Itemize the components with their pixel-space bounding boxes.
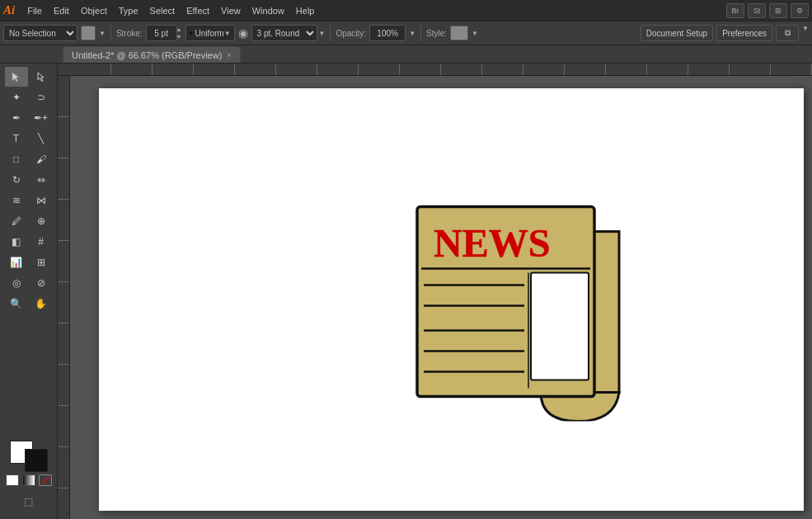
direct-selection-tool[interactable] bbox=[30, 67, 53, 87]
tool-row-6: ↻ ⇔ bbox=[0, 170, 57, 190]
broadcast-icon[interactable]: ⚙ bbox=[791, 3, 809, 18]
menu-select[interactable]: Select bbox=[144, 4, 181, 17]
tool-row-11: ◎ ⊘ bbox=[0, 273, 57, 293]
menu-edit[interactable]: Edit bbox=[48, 4, 75, 17]
stroke-dropdown-arrow[interactable]: ▼ bbox=[224, 30, 231, 37]
stock-icon[interactable]: St bbox=[748, 3, 766, 18]
blend-tool[interactable]: ⊕ bbox=[30, 211, 53, 231]
style-color-box[interactable] bbox=[450, 26, 468, 40]
style-dropdown-arrow[interactable]: ▼ bbox=[472, 30, 478, 37]
main-area: ✦ ⊃ ✒ ✒+ T ╲ □ 🖌 ↻ ⇔ ≋ ⋈ 🖉 ⊕ ◧ # bbox=[0, 64, 812, 519]
type-tool[interactable]: T bbox=[5, 129, 28, 149]
arrange-dropdown-arrow[interactable]: ▼ bbox=[802, 25, 809, 41]
selection-dropdown[interactable]: No Selection bbox=[3, 25, 77, 41]
tab-label: Untitled-2* @ 66.67% (RGB/Preview) bbox=[72, 50, 222, 60]
stroke-line-preview bbox=[190, 32, 192, 35]
livecolor-tool[interactable]: ◎ bbox=[5, 273, 28, 293]
menu-effect[interactable]: Effect bbox=[181, 4, 215, 17]
hand-tool[interactable]: ✋ bbox=[30, 294, 53, 314]
gradient-tool[interactable]: ◧ bbox=[5, 232, 28, 252]
tool-row-1 bbox=[0, 67, 57, 87]
right-toolbar-buttons: Document Setup Preferences ⧉ ▼ bbox=[641, 25, 809, 41]
symbol-tool[interactable]: ⊞ bbox=[30, 252, 53, 272]
lasso-tool[interactable]: ⊃ bbox=[30, 87, 53, 107]
width-tool[interactable]: ⋈ bbox=[30, 191, 53, 210]
tool-row-10: 📊 ⊞ bbox=[0, 252, 57, 272]
opacity-dropdown-arrow[interactable]: ▼ bbox=[409, 30, 415, 37]
stroke-label: Stroke: bbox=[116, 29, 143, 38]
app-switcher: Br St ⊞ ⚙ bbox=[726, 3, 809, 18]
separator-2 bbox=[330, 25, 331, 41]
opacity-label: Opacity: bbox=[336, 29, 366, 38]
color-swatches[interactable] bbox=[10, 441, 48, 472]
round-dropdown-arrow[interactable]: ▼ bbox=[319, 30, 326, 37]
tool-row-2: ✦ ⊃ bbox=[0, 87, 57, 107]
line-tool[interactable]: ╲ bbox=[30, 129, 53, 149]
stroke-stepper[interactable]: ▲ ▼ bbox=[176, 26, 182, 40]
tools-panel: ✦ ⊃ ✒ ✒+ T ╲ □ 🖌 ↻ ⇔ ≋ ⋈ 🖉 ⊕ ◧ # bbox=[0, 64, 58, 519]
document-tab[interactable]: Untitled-2* @ 66.67% (RGB/Preview) × bbox=[63, 46, 241, 63]
tab-bar: Untitled-2* @ 66.67% (RGB/Preview) × bbox=[0, 45, 812, 64]
tab-close-button[interactable]: × bbox=[227, 51, 231, 59]
menu-type[interactable]: Type bbox=[113, 4, 144, 17]
mesh-tool[interactable]: # bbox=[30, 232, 53, 252]
separator-3 bbox=[420, 25, 421, 41]
foreground-color-swatch[interactable] bbox=[25, 449, 48, 472]
graph-tool[interactable]: 📊 bbox=[5, 252, 28, 272]
artboard-tool-row: ⬚ bbox=[3, 492, 54, 512]
menu-file[interactable]: File bbox=[21, 4, 48, 17]
separator-1 bbox=[110, 25, 111, 41]
tool-row-7: ≋ ⋈ bbox=[0, 191, 57, 210]
none-mode-button[interactable] bbox=[39, 474, 52, 486]
color-mode-row bbox=[6, 474, 52, 486]
rotate-tool[interactable]: ↻ bbox=[5, 170, 28, 190]
eraser-tool[interactable]: ⊘ bbox=[30, 273, 53, 293]
menu-view[interactable]: View bbox=[215, 4, 246, 17]
warp-tool[interactable]: ≋ bbox=[5, 191, 28, 210]
grid-layout-icon[interactable]: ⊞ bbox=[769, 3, 787, 18]
paintbrush-tool[interactable]: 🖌 bbox=[30, 149, 53, 169]
round-cap-dropdown[interactable]: 3 pt. Round bbox=[251, 25, 317, 41]
document-setup-button[interactable]: Document Setup bbox=[641, 25, 714, 41]
vertical-ruler bbox=[58, 76, 70, 519]
app-logo: Ai bbox=[3, 3, 15, 17]
canvas-area[interactable]: NEWS bbox=[58, 64, 812, 519]
tool-row-4: T ╲ bbox=[0, 129, 57, 149]
bridge-icon[interactable]: Br bbox=[726, 3, 744, 18]
artboard-tool[interactable]: ⬚ bbox=[17, 492, 40, 512]
stroke-value-input[interactable] bbox=[146, 25, 177, 41]
tool-row-9: ◧ # bbox=[0, 232, 57, 252]
tool-row-12: 🔍 ✋ bbox=[0, 294, 57, 314]
news-illustration: NEWS bbox=[409, 199, 623, 423]
opacity-input[interactable] bbox=[369, 25, 406, 41]
reflect-tool[interactable]: ⇔ bbox=[30, 170, 53, 190]
stroke-style-preview[interactable]: Uniform ▼ bbox=[185, 25, 235, 41]
color-mode-button[interactable] bbox=[6, 474, 19, 486]
stroke-cap-icon: ◉ bbox=[238, 26, 248, 40]
menu-help[interactable]: Help bbox=[290, 4, 321, 17]
menu-window[interactable]: Window bbox=[246, 4, 290, 17]
arrange-button[interactable]: ⧉ bbox=[776, 25, 799, 41]
selection-tool[interactable] bbox=[5, 67, 28, 87]
fill-color-box[interactable] bbox=[81, 26, 96, 40]
news-text: NEWS bbox=[434, 221, 550, 265]
artboard: NEWS bbox=[99, 88, 804, 511]
options-toolbar: No Selection ▼ Stroke: ▲ ▼ Uniform ▼ ◉ 3… bbox=[0, 21, 812, 45]
fill-dropdown-arrow[interactable]: ▼ bbox=[99, 30, 106, 37]
magic-wand-tool[interactable]: ✦ bbox=[5, 87, 28, 107]
eyedropper-tool[interactable]: 🖉 bbox=[5, 211, 28, 231]
preferences-button[interactable]: Preferences bbox=[716, 25, 772, 41]
gradient-mode-button[interactable] bbox=[22, 474, 35, 486]
tool-row-5: □ 🖌 bbox=[0, 149, 57, 169]
pen-tool[interactable]: ✒ bbox=[5, 108, 28, 128]
menu-object[interactable]: Object bbox=[75, 4, 113, 17]
color-tools: ⬚ bbox=[0, 437, 57, 516]
horizontal-ruler bbox=[58, 64, 812, 76]
tool-row-3: ✒ ✒+ bbox=[0, 108, 57, 128]
zoom-tool[interactable]: 🔍 bbox=[5, 294, 28, 314]
menu-bar: Ai File Edit Object Type Select Effect V… bbox=[0, 0, 812, 21]
svg-rect-8 bbox=[531, 273, 589, 380]
rect-tool[interactable]: □ bbox=[5, 149, 28, 169]
style-label: Style: bbox=[426, 29, 447, 38]
add-anchor-tool[interactable]: ✒+ bbox=[30, 108, 53, 128]
